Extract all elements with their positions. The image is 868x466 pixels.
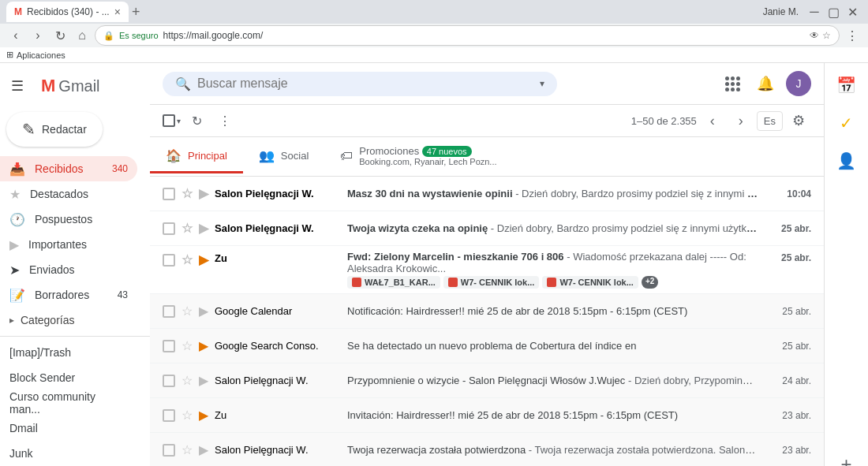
add-sidebar-button[interactable]: +: [840, 453, 851, 466]
calendar-sidebar-icon[interactable]: 📅: [831, 69, 862, 101]
email-row[interactable]: ☆ ▶ Salon Pielęgnacji W. Twoja wizyta cz…: [150, 211, 824, 246]
email-time: 25 abr.: [764, 252, 811, 263]
star-button[interactable]: ☆: [181, 442, 193, 457]
tab-close-button[interactable]: ×: [114, 6, 121, 17]
user-avatar[interactable]: J: [786, 71, 811, 96]
sidebar-item-borradores[interactable]: 📝 Borradores 43: [0, 282, 137, 308]
email-checkbox[interactable]: [163, 305, 175, 318]
extensions-button[interactable]: ⋮: [843, 26, 862, 45]
star-button[interactable]: ☆: [181, 186, 193, 201]
sidebar-item-importantes[interactable]: ▶ Importantes: [0, 232, 137, 257]
back-button[interactable]: ‹: [6, 26, 25, 45]
sidebar-item-curso[interactable]: Curso community man...: [0, 390, 137, 416]
refresh-button[interactable]: ↻: [184, 108, 209, 133]
maximize-button[interactable]: ▢: [824, 2, 843, 21]
minimize-button[interactable]: ─: [805, 2, 824, 21]
email-checkbox[interactable]: [163, 444, 175, 457]
email-row[interactable]: ☆ ▶ Salon Pielęgnacji W. Twoja rezerwacj…: [150, 433, 824, 466]
important-button[interactable]: ▶: [199, 338, 208, 353]
email-list: ☆ ▶ Salon Pielęgnacji W. Masz 30 dni na …: [150, 177, 824, 466]
select-all-checkbox[interactable]: [163, 114, 175, 127]
email-row[interactable]: ☆ ▶ Salon Pielęgnacji W. Przypomnienie o…: [150, 363, 824, 398]
prev-page-button[interactable]: ‹: [700, 108, 725, 133]
email-snippet: - Twoja rezerwacja została potwierdzona.…: [529, 444, 758, 456]
tasks-sidebar-icon[interactable]: ✓: [831, 107, 862, 139]
apps-label: Aplicaciones: [17, 50, 65, 60]
important-button[interactable]: ▶: [199, 252, 208, 267]
email-row[interactable]: ☆ ▶ Zu Invitación: Hairdresser!! mié 25 …: [150, 398, 824, 433]
promo-badge: 47 nuevos: [422, 146, 472, 157]
bell-button[interactable]: 🔔: [751, 69, 780, 98]
search-toolbar: 🔍 ▾ 🔔 J: [150, 63, 824, 105]
forward-button[interactable]: ›: [28, 26, 47, 45]
sidebar-item-block-sender[interactable]: Block Sender: [0, 365, 137, 390]
important-button[interactable]: ▶: [199, 304, 208, 319]
contacts-sidebar-icon[interactable]: 👤: [831, 145, 862, 177]
search-input[interactable]: [197, 76, 533, 91]
categories-header[interactable]: ▸ Categorías: [0, 308, 150, 333]
new-tab-button[interactable]: +: [129, 4, 144, 21]
home-button[interactable]: ⌂: [73, 26, 92, 45]
select-dropdown-icon[interactable]: ▾: [177, 117, 181, 125]
email-checkbox[interactable]: [163, 409, 175, 422]
attachment-chip: W7- CENNIK lok...: [542, 276, 638, 289]
star-button[interactable]: ☆: [181, 304, 193, 319]
sidebar-item-junk[interactable]: Junk: [0, 441, 137, 466]
email-checkbox[interactable]: [163, 254, 175, 267]
star-button[interactable]: ☆: [181, 373, 193, 388]
search-bar[interactable]: 🔍 ▾: [163, 72, 557, 96]
email-row[interactable]: ☆ ▶ Zu Fwd: Zielony Marcelin - mieszkani…: [150, 246, 824, 294]
search-dropdown-icon[interactable]: ▾: [540, 78, 544, 89]
email-time: 10:04: [764, 188, 811, 199]
email-snippet: - Dzień dobry, Bardzo prosimy podziel si…: [491, 222, 758, 234]
address-bar[interactable]: 🔒 Es seguro https://mail.google.com/ 👁 ☆: [95, 25, 840, 46]
google-apps-button[interactable]: [720, 72, 745, 96]
gmail-container: ☰ M Gmail ✎ Redactar 📥 Recibidos 340 ★ D…: [0, 63, 868, 466]
sidebar-item-enviados[interactable]: ➤ Enviados: [0, 257, 137, 282]
next-page-button[interactable]: ›: [728, 108, 754, 133]
important-button[interactable]: ▶: [199, 408, 208, 423]
email-checkbox[interactable]: [163, 340, 175, 352]
sidebar-item-pospuestos[interactable]: 🕐 Pospuestos: [0, 207, 137, 232]
settings-button[interactable]: ⚙: [786, 108, 811, 133]
pagination-text: 1–50 de 2.355: [631, 115, 697, 127]
email-checkbox[interactable]: [163, 188, 175, 200]
sidebar-item-recibidos[interactable]: 📥 Recibidos 340: [0, 156, 137, 181]
email-checkbox[interactable]: [163, 375, 175, 387]
star-button[interactable]: ☆: [181, 252, 193, 267]
star-button[interactable]: ☆: [181, 408, 193, 423]
tab-social[interactable]: 👥 Social: [243, 140, 324, 173]
star-icon[interactable]: ☆: [822, 30, 831, 41]
important-icon: ▶: [9, 237, 19, 252]
nav-label-dmail: Dmail: [9, 422, 128, 434]
important-button[interactable]: ▶: [199, 186, 208, 201]
language-button[interactable]: Es: [757, 111, 783, 131]
star-button[interactable]: ☆: [181, 338, 193, 353]
important-button[interactable]: ▶: [199, 221, 208, 236]
more-actions-button[interactable]: ⋮: [212, 108, 238, 133]
reload-button[interactable]: ↻: [51, 26, 69, 45]
gmail-logo: M Gmail: [41, 76, 100, 96]
select-all-checkbox-area[interactable]: ▾: [163, 114, 181, 127]
email-checkbox[interactable]: [163, 222, 175, 235]
tab-principal[interactable]: 🏠 Principal: [150, 140, 243, 173]
email-row[interactable]: ☆ ▶ Google Search Conso. Se ha detectado…: [150, 329, 824, 363]
gmail-logo-m: M: [41, 76, 55, 96]
hamburger-button[interactable]: ☰: [6, 73, 28, 99]
important-button[interactable]: ▶: [199, 442, 208, 457]
email-time: 24 abr.: [764, 375, 811, 386]
star-button[interactable]: ☆: [181, 221, 193, 236]
email-row[interactable]: ☆ ▶ Salon Pielęgnacji W. Masz 30 dni na …: [150, 177, 824, 211]
right-sidebar: 📅 ✓ 👤 +: [824, 63, 868, 466]
important-button[interactable]: ▶: [199, 373, 208, 388]
sidebar-item-imap-trash[interactable]: [Imap]/Trash: [0, 340, 137, 365]
nav-label-enviados: Enviados: [29, 263, 128, 276]
sidebar-item-dmail[interactable]: Dmail: [0, 416, 137, 441]
active-tab[interactable]: M Recibidos (340) - ... ×: [6, 2, 129, 22]
tab-promociones[interactable]: 🏷 Promociones 47 nuevos Booking.com, Rya…: [324, 137, 512, 177]
close-button[interactable]: ✕: [843, 2, 862, 21]
compose-button[interactable]: ✎ Redactar: [6, 112, 103, 147]
nav-count-borradores: 43: [118, 289, 128, 300]
sidebar-item-destacados[interactable]: ★ Destacados: [0, 181, 137, 207]
email-row[interactable]: ☆ ▶ Google Calendar Notificación: Hairdr…: [150, 294, 824, 329]
